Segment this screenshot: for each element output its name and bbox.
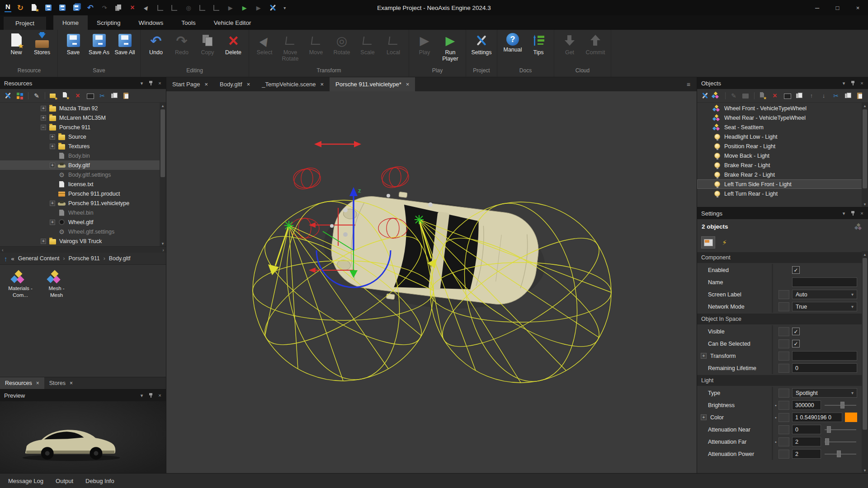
scroll-thumb[interactable] — [863, 109, 867, 188]
ribbon-tab-tools[interactable]: Tools — [172, 15, 205, 30]
close-icon[interactable]: × — [860, 80, 864, 86]
default-value-box[interactable] — [778, 302, 789, 311]
object-item-left-turn-rear-light[interactable]: Left Turn Rear - Light — [697, 189, 868, 198]
default-value-box[interactable] — [778, 450, 789, 459]
slider-thumb[interactable] — [840, 402, 844, 408]
tree-item-porsche-911-product[interactable]: Porsche 911.product — [0, 189, 166, 198]
expander-icon[interactable]: + — [701, 414, 707, 420]
settings-icon[interactable] — [700, 91, 709, 100]
rotate-icon[interactable]: ◎ — [184, 3, 193, 13]
dropdown-network-mode[interactable]: True▾ — [792, 302, 857, 311]
dropdown-screen-label[interactable]: Auto▾ — [792, 290, 857, 299]
checkbox-can-be-selected[interactable]: ✓ — [792, 340, 800, 347]
tab-list-menu-icon[interactable]: ≡ — [680, 77, 697, 91]
collapse-breadcrumb-icon[interactable]: « — [11, 255, 14, 262]
slider-attenuation-far[interactable] — [824, 437, 857, 446]
scroll-down-icon[interactable] — [862, 201, 868, 207]
default-value-box[interactable] — [778, 437, 789, 446]
local-icon[interactable] — [212, 3, 222, 13]
delete-button[interactable]: Delete — [221, 32, 245, 56]
save-all-icon[interactable] — [71, 3, 81, 13]
object-options-icon[interactable] — [712, 91, 722, 100]
dropdown-type[interactable]: Spotlight▾ — [792, 388, 857, 398]
object-item-headlight-low-light[interactable]: Headlight Low - Light — [697, 132, 868, 141]
toolbar-options-icon[interactable]: ▾ — [282, 3, 288, 13]
delete-icon[interactable]: × — [73, 91, 82, 100]
content-item-materials-com[interactable]: Materials - Com... — [6, 270, 34, 298]
object-item-brake-rear-light[interactable]: Brake Rear - Light — [697, 160, 868, 170]
tree-item-mclaren-mcl35m[interactable]: +McLaren MCL35M — [0, 113, 166, 122]
tree-item-porsche-911[interactable]: −Porsche 911 — [0, 122, 166, 132]
objects-scrollbar[interactable] — [862, 103, 868, 207]
edit-icon[interactable]: ✎ — [729, 91, 738, 100]
properties-tab[interactable] — [702, 237, 715, 248]
expander-icon[interactable]: + — [50, 163, 55, 168]
move-down-icon[interactable]: ↓ — [819, 91, 828, 100]
events-tab[interactable]: ⚡ — [718, 237, 731, 248]
scroll-up-icon[interactable] — [862, 103, 868, 108]
field-attenuation-near[interactable]: 0 — [792, 425, 821, 434]
copy-icon[interactable] — [844, 91, 853, 100]
scale-icon[interactable] — [198, 3, 208, 13]
scroll-up-icon[interactable] — [862, 251, 868, 257]
expander-icon[interactable]: + — [41, 106, 46, 111]
copy-icon[interactable] — [113, 3, 123, 13]
settings-button[interactable]: Settings — [469, 32, 494, 56]
ribbon-tab-windows[interactable]: Windows — [130, 15, 173, 30]
scroll-down-icon[interactable] — [160, 240, 166, 246]
close-icon[interactable]: × — [36, 380, 39, 386]
default-value-box[interactable] — [778, 413, 789, 422]
expander-icon[interactable]: + — [41, 239, 46, 244]
close-icon[interactable]: × — [158, 80, 162, 86]
content-item-mesh-mesh[interactable]: Mesh - Mesh — [42, 270, 71, 298]
tree-item-mazda-titan-92[interactable]: +Mazda Titan 92 — [0, 103, 166, 113]
tree-item-porsche-911-vehicletype[interactable]: +Porsche 911.vehicletype — [0, 198, 166, 208]
resource-options-icon[interactable] — [15, 91, 24, 100]
status-tab-output[interactable]: Output — [56, 478, 73, 484]
field-attenuation-far[interactable]: 2 — [792, 437, 821, 446]
slider-attenuation-near[interactable] — [824, 425, 857, 434]
tools-icon[interactable] — [268, 3, 278, 13]
move-icon[interactable] — [170, 3, 179, 13]
cut-icon[interactable]: ✂ — [831, 91, 840, 100]
close-button[interactable]: × — [848, 0, 868, 15]
default-value-box[interactable] — [778, 290, 789, 299]
save-as-icon[interactable] — [57, 3, 67, 13]
save-all-button[interactable]: Save All — [113, 32, 137, 56]
delete-icon[interactable]: × — [770, 91, 779, 100]
slider-attenuation-power[interactable] — [824, 449, 857, 459]
delete-icon[interactable]: × — [127, 3, 137, 13]
save-button[interactable]: Save — [61, 32, 85, 56]
play-icon[interactable]: ▶ — [226, 3, 236, 13]
paste-icon[interactable] — [856, 91, 865, 100]
duplicate-icon[interactable] — [795, 91, 804, 100]
ribbon-tab-home[interactable]: Home — [53, 15, 88, 30]
tree-item-source[interactable]: +Source — [0, 132, 166, 141]
tree-item-textures[interactable]: +Textures — [0, 141, 166, 151]
close-icon[interactable]: × — [158, 393, 162, 398]
pin-icon[interactable] — [149, 81, 153, 86]
neoaxis-logo-icon[interactable]: N — [5, 3, 11, 12]
sync-icon[interactable]: ↻ — [15, 3, 25, 13]
edit-icon[interactable]: ✎ — [32, 91, 41, 100]
scroll-down-icon[interactable] — [862, 467, 868, 473]
document-tab-start-page[interactable]: Start Page× — [166, 77, 214, 91]
status-tab-debug-info[interactable]: Debug Info — [85, 478, 114, 484]
rename-icon[interactable] — [85, 91, 94, 100]
navigate-up-icon[interactable]: ↑ — [4, 255, 8, 263]
expander-icon[interactable]: + — [41, 115, 46, 121]
tab-resources[interactable]: Resources× — [0, 377, 44, 389]
new-resource-icon[interactable] — [61, 91, 70, 100]
slider-thumb[interactable] — [827, 426, 831, 433]
resources-tree-scrollbar[interactable] — [160, 103, 166, 246]
expander-icon[interactable]: + — [50, 144, 55, 149]
ribbon-tab-vehicle-editor[interactable]: Vehicle Editor — [205, 15, 260, 30]
default-value-box[interactable] — [778, 327, 789, 336]
color-swatch[interactable] — [845, 413, 857, 422]
default-value-box[interactable] — [778, 425, 789, 434]
resources-tree-hscrollbar[interactable] — [0, 246, 166, 253]
maximize-button[interactable]: □ — [827, 0, 848, 15]
undo-button[interactable]: Undo — [144, 32, 168, 56]
document-tab-porsche-911-vehicletype[interactable]: Porsche 911.vehicletype*× — [330, 77, 415, 91]
new-object-icon[interactable] — [758, 91, 767, 100]
